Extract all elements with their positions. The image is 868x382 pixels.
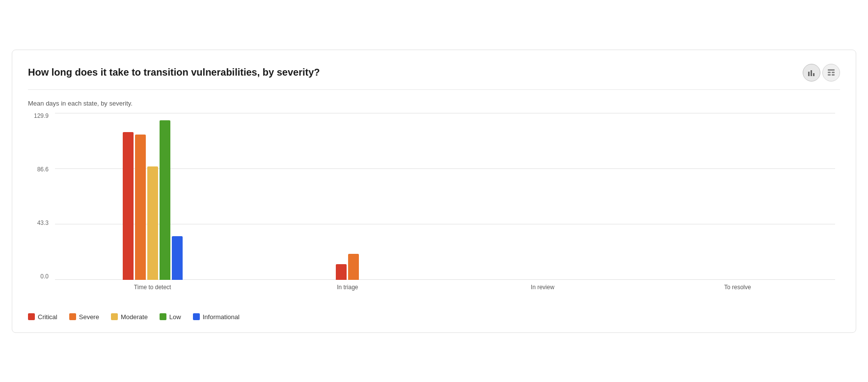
legend-swatch	[193, 313, 200, 320]
toolbar	[803, 64, 840, 82]
svg-rect-1	[811, 70, 812, 76]
bar-group	[445, 113, 640, 280]
chart-inner	[55, 113, 835, 280]
legend-swatch	[111, 313, 118, 320]
legend-item: Informational	[193, 313, 240, 321]
svg-rect-3	[828, 69, 835, 71]
bar	[135, 135, 146, 280]
legend-label: Critical	[38, 313, 57, 321]
svg-rect-0	[808, 72, 810, 76]
bar-group	[55, 113, 250, 280]
x-axis-label: In review	[445, 280, 640, 300]
svg-rect-7	[832, 74, 835, 76]
bar	[348, 254, 359, 279]
y-axis-label: 129.9	[34, 113, 49, 119]
bar	[147, 166, 158, 279]
x-axis-label: To resolve	[640, 280, 835, 300]
bar	[123, 132, 134, 280]
x-axis-label: Time to detect	[55, 280, 250, 300]
legend-swatch	[160, 313, 166, 320]
legend-label: Informational	[203, 313, 240, 321]
table-view-button[interactable]	[822, 64, 840, 82]
legend-swatch	[28, 313, 35, 320]
bar-chart-icon	[808, 69, 815, 77]
legend-item: Low	[160, 313, 181, 321]
y-axis-label: 86.6	[37, 166, 49, 172]
bar-group	[640, 113, 835, 280]
card-container: How long does it take to transition vuln…	[12, 50, 856, 333]
legend-label: Low	[169, 313, 181, 321]
legend: CriticalSevereModerateLowInformational	[28, 307, 840, 321]
legend-item: Critical	[28, 313, 57, 321]
bar	[160, 120, 170, 280]
bar-chart-view-button[interactable]	[803, 64, 820, 82]
card-header: How long does it take to transition vuln…	[28, 64, 840, 90]
svg-rect-6	[828, 74, 831, 76]
y-axis-label: 0.0	[40, 273, 49, 279]
bar	[172, 236, 183, 280]
bars-container	[55, 113, 835, 280]
legend-label: Moderate	[121, 313, 148, 321]
x-axis: Time to detectIn triageIn reviewTo resol…	[55, 280, 835, 300]
legend-item: Severe	[69, 313, 99, 321]
bar	[336, 264, 347, 279]
table-icon	[827, 69, 835, 77]
legend-item: Moderate	[111, 313, 148, 321]
y-axis: 129.986.643.30.0	[28, 113, 53, 280]
chart-area: 129.986.643.30.0 Time to detectIn triage…	[28, 113, 840, 300]
svg-rect-2	[813, 73, 814, 76]
card-title: How long does it take to transition vuln…	[28, 67, 320, 78]
svg-rect-5	[832, 72, 835, 73]
y-axis-label: 43.3	[37, 220, 49, 226]
svg-rect-4	[828, 72, 831, 73]
legend-swatch	[69, 313, 76, 320]
bar-group	[250, 113, 445, 280]
chart-subtitle: Mean days in each state, by severity.	[28, 100, 840, 107]
legend-label: Severe	[79, 313, 99, 321]
x-axis-label: In triage	[250, 280, 445, 300]
